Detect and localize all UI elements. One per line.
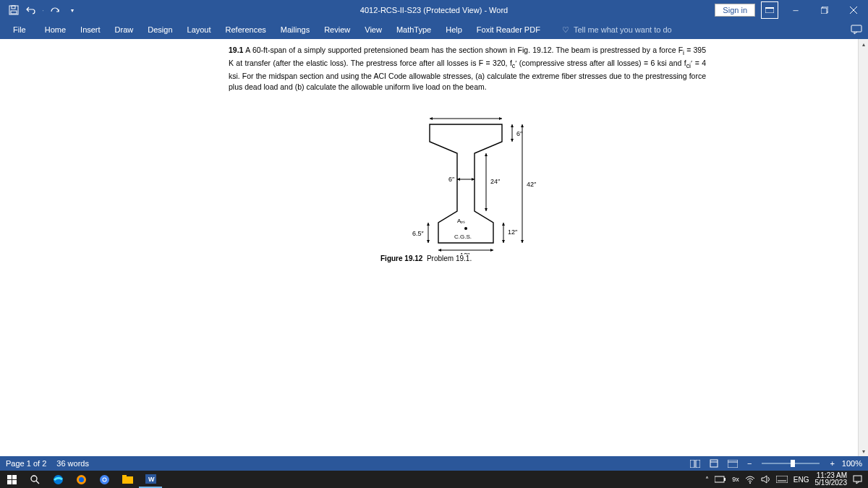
tab-review[interactable]: Review [317, 22, 357, 37]
edge-icon[interactable] [46, 471, 69, 488]
svg-point-21 [464, 227, 467, 230]
svg-point-43 [103, 478, 106, 481]
word-count[interactable]: 36 words [56, 459, 89, 468]
tab-mathtype[interactable]: MathType [389, 22, 438, 37]
lightbulb-icon: ♡ [562, 25, 569, 35]
ribbon-tabs: File Home Insert Draw Design Layout Refe… [0, 20, 868, 39]
svg-rect-49 [724, 478, 726, 481]
svg-rect-33 [12, 475, 17, 479]
sign-in-button[interactable]: Sign in [715, 4, 755, 17]
qat-sep: · [42, 6, 44, 14]
file-tab[interactable]: File [3, 22, 36, 37]
firefox-icon[interactable] [69, 471, 93, 488]
svg-text:Aₚₛ: Aₚₛ [457, 218, 465, 224]
figure-caption: Figure 19.12 Problem 19.1. [380, 254, 472, 262]
tray-chevron-icon[interactable]: ˄ [705, 476, 709, 484]
tab-draw[interactable]: Draw [108, 22, 141, 37]
svg-rect-51 [776, 476, 788, 483]
zoom-slider[interactable] [762, 463, 820, 464]
document-area: 19.1 A 60-ft-span of a simply supported … [0, 39, 858, 456]
svg-rect-2 [12, 6, 15, 9]
start-icon[interactable] [0, 471, 23, 488]
problem-text: 19.1 A 60-ft-span of a simply supported … [229, 45, 706, 93]
titlebar: · ▾ 4012-RCS-II-S23 (Protected View) - W… [0, 0, 868, 20]
close-icon[interactable] [839, 0, 868, 20]
svg-text:6″: 6″ [448, 176, 455, 183]
customize-qat-icon[interactable]: ▾ [64, 2, 80, 18]
search-icon[interactable] [23, 471, 46, 488]
svg-point-40 [79, 477, 84, 482]
tab-layout[interactable]: Layout [180, 22, 218, 37]
tab-home[interactable]: Home [38, 22, 73, 37]
minimize-icon[interactable]: ─ [781, 0, 810, 20]
svg-rect-34 [7, 480, 12, 484]
tab-foxit[interactable]: Foxit Reader PDF [469, 22, 548, 37]
tab-references[interactable]: References [218, 22, 273, 37]
windows-taskbar: W ˄ 9x ENG 11:23 AM 5/19/2023 [0, 471, 868, 488]
web-layout-icon[interactable] [726, 458, 740, 469]
tab-mailings[interactable]: Mailings [273, 22, 317, 37]
svg-rect-5 [821, 8, 827, 14]
tab-design[interactable]: Design [140, 22, 179, 37]
tab-view[interactable]: View [357, 22, 389, 37]
page-indicator[interactable]: Page 1 of 2 [6, 459, 46, 468]
figure-area: 20″ 6″ 6″ 24″ 42″ 12″ [229, 97, 706, 285]
redo-icon[interactable] [47, 2, 63, 18]
svg-rect-26 [690, 460, 694, 468]
comments-icon[interactable] [851, 25, 862, 35]
svg-rect-45 [122, 475, 127, 478]
ibeam-diagram: 20″ 6″ 6″ 24″ 42″ 12″ [408, 117, 538, 254]
svg-text:C.G.S.: C.G.S. [454, 234, 472, 240]
status-bar: Page 1 of 2 36 words − + 100% [0, 456, 868, 471]
scroll-down-icon[interactable]: ▾ [859, 446, 868, 456]
quick-access-toolbar: · ▾ [0, 2, 80, 18]
svg-rect-27 [696, 460, 700, 468]
undo-icon[interactable] [23, 2, 39, 18]
volume-icon[interactable] [761, 475, 770, 484]
svg-text:20″: 20″ [457, 117, 467, 118]
wifi-icon[interactable] [745, 476, 755, 484]
svg-rect-35 [12, 480, 17, 484]
zoom-out-icon[interactable]: − [744, 459, 754, 468]
restore-icon[interactable] [810, 0, 839, 20]
onedrive-icon[interactable]: 9x [732, 476, 739, 483]
zoom-in-icon[interactable]: + [827, 459, 837, 468]
svg-rect-32 [7, 475, 12, 479]
svg-rect-30 [728, 460, 738, 468]
svg-line-37 [36, 481, 39, 484]
document-title: 4012-RCS-II-S23 (Protected View) - Word [360, 6, 508, 14]
print-layout-icon[interactable] [707, 458, 721, 469]
problem-number: 19.1 [229, 46, 243, 54]
zoom-level[interactable]: 100% [842, 459, 862, 468]
battery-icon[interactable] [715, 476, 726, 483]
svg-text:6.5″: 6.5″ [412, 230, 425, 237]
tab-help[interactable]: Help [438, 22, 469, 37]
tab-insert[interactable]: Insert [73, 22, 108, 37]
chrome-icon[interactable] [93, 471, 116, 488]
svg-point-36 [31, 476, 37, 481]
svg-point-50 [749, 482, 751, 484]
notifications-icon[interactable] [853, 475, 862, 484]
svg-rect-6 [851, 25, 861, 32]
language-indicator[interactable]: ENG [793, 476, 809, 484]
svg-text:W: W [148, 476, 155, 483]
svg-rect-4 [765, 7, 774, 9]
svg-rect-48 [715, 476, 724, 482]
save-icon[interactable] [6, 2, 22, 18]
svg-text:42″: 42″ [527, 181, 537, 188]
svg-rect-54 [854, 476, 861, 481]
ribbon-display-icon[interactable] [761, 1, 778, 19]
system-tray: ˄ 9x ENG 11:23 AM 5/19/2023 [705, 472, 868, 487]
read-mode-icon[interactable] [688, 458, 702, 469]
clock[interactable]: 11:23 AM 5/19/2023 [815, 472, 848, 487]
word-icon[interactable]: W [139, 471, 162, 488]
document-page: 19.1 A 60-ft-span of a simply supported … [203, 39, 709, 285]
svg-rect-28 [710, 460, 718, 467]
scroll-up-icon[interactable]: ▴ [859, 39, 868, 49]
vertical-scrollbar[interactable]: ▴ ▾ [858, 39, 868, 456]
tell-me-label: Tell me what you want to do [574, 25, 672, 34]
svg-text:12″: 12″ [508, 228, 518, 236]
tell-me-search[interactable]: ♡ Tell me what you want to do [562, 25, 672, 35]
explorer-icon[interactable] [116, 471, 139, 488]
keyboard-icon[interactable] [776, 476, 788, 483]
